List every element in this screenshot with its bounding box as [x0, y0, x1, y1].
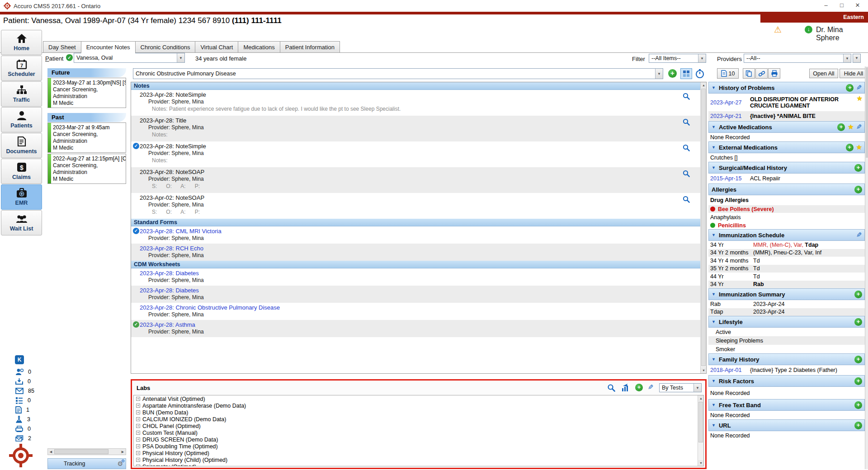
expand-plus-icon[interactable]: +: [136, 404, 140, 408]
band-row[interactable]: Penicillins: [708, 221, 865, 229]
status-counter-flask[interactable]: 3: [15, 415, 30, 423]
band-header-history-of-problems[interactable]: ▼History of Problems+✎: [708, 82, 865, 94]
search-icon[interactable]: [607, 384, 615, 392]
note-row[interactable]: 2023-Apr-28: DiabetesProvider: Sphere, M…: [131, 286, 701, 303]
scroll-left-icon[interactable]: ◀: [48, 449, 54, 455]
band-row[interactable]: Tdap2023-Apr-24: [708, 308, 865, 316]
expand-plus-icon[interactable]: +: [136, 431, 140, 435]
add-icon[interactable]: +: [846, 144, 854, 151]
band-row[interactable]: 2023-Apr-27OLD DISRUPTION OF ANTERIOR CR…: [708, 94, 865, 111]
lab-tree-item[interactable]: +CALCIUM IONIZED (Demo Data): [134, 416, 703, 423]
lab-tree-item[interactable]: +Spirometry (Optimed): [134, 463, 703, 466]
sidebar-item-claims[interactable]: $Claims: [1, 159, 42, 184]
note-row[interactable]: 2023-Apr-28: NoteSimpleProvider: Sphere,…: [131, 90, 701, 116]
download-status-icon[interactable]: ↓: [805, 26, 812, 33]
edit-pencil-icon[interactable]: ✎: [856, 231, 862, 239]
tracking-bar[interactable]: Tracking ⚙⚙: [47, 458, 126, 469]
scrollbar-thumb[interactable]: [701, 89, 706, 366]
tab-chronic-conditions[interactable]: Chronic Conditions: [135, 41, 195, 53]
status-counter-inbox[interactable]: 0: [15, 377, 31, 385]
expand-plus-icon[interactable]: +: [136, 465, 140, 466]
scrollbar-thumb[interactable]: [866, 67, 868, 158]
band-row[interactable]: 2023-Apr-21{Inactive} *ANIMAL BITE: [708, 111, 865, 121]
add-encounter-icon[interactable]: +: [668, 69, 677, 78]
add-icon[interactable]: +: [854, 377, 862, 385]
band-row[interactable]: None Recorded: [708, 411, 865, 419]
band-header-allergies[interactable]: Allergies+: [708, 183, 865, 195]
logged-in-provider[interactable]: Dr. Mina Sphere: [816, 26, 868, 42]
warning-icon[interactable]: ⚠: [774, 24, 782, 35]
future-appointments-header[interactable]: Future: [47, 68, 126, 77]
lab-tree-item[interactable]: +Aspartate Aminotransferase (Demo Data): [134, 402, 703, 409]
band-row[interactable]: Active: [708, 328, 865, 336]
grid-view-toggle[interactable]: [680, 68, 692, 79]
note-row[interactable]: 2023-Apr-02: NoteSOAPProvider: Sphere, M…: [131, 193, 701, 219]
scroll-down-icon[interactable]: ▼: [698, 460, 704, 466]
expand-plus-icon[interactable]: +: [136, 458, 140, 462]
band-row[interactable]: None Recorded: [708, 133, 865, 141]
note-row[interactable]: ✓2023-Apr-28: NoteSimpleProvider: Sphere…: [131, 141, 701, 167]
lab-tree-item[interactable]: +Custom Test (Manual): [134, 429, 703, 436]
labs-vscrollbar[interactable]: ▲ ▼: [698, 395, 703, 466]
add-icon[interactable]: +: [854, 164, 862, 172]
scroll-down-icon[interactable]: ▼: [701, 367, 707, 373]
appointment-card[interactable]: 2022-Aug-27 at 12:15pm[A] [C] [LTCancer …: [47, 154, 126, 184]
form-link[interactable]: 2023-Apr-28: Asthma: [140, 321, 195, 328]
print-button[interactable]: [768, 68, 780, 79]
providers-select[interactable]: --All--▼: [744, 54, 851, 63]
band-row[interactable]: Smoker: [708, 345, 865, 353]
lab-tree-item[interactable]: +BUN (Demo Data): [134, 409, 703, 416]
maximize-button[interactable]: □: [834, 1, 849, 10]
patient-select[interactable]: Vanessa, Oval▼: [74, 53, 185, 63]
band-row[interactable]: 2015-Apr-15ACL Repaiir: [708, 174, 865, 183]
sidebar-item-traffic[interactable]: Traffic: [1, 81, 42, 107]
lab-tree-item[interactable]: +PSA Doubling Time (Optimed): [134, 443, 703, 450]
band-row[interactable]: None Recorded: [708, 431, 865, 440]
sidebar-item-documents[interactable]: Documents: [1, 133, 42, 158]
sidebar-item-scheduler[interactable]: 7Scheduler: [1, 56, 42, 81]
status-counter-person-add[interactable]: 0: [15, 368, 31, 376]
expand-plus-icon[interactable]: +: [136, 410, 140, 414]
stopwatch-icon[interactable]: [695, 69, 704, 79]
status-counter-note[interactable]: 1: [15, 406, 29, 414]
band-row[interactable]: 34 Yr 4 monthsTd: [708, 257, 865, 265]
status-counter-fax[interactable]: 0: [15, 425, 31, 433]
add-icon[interactable]: +: [854, 401, 862, 409]
band-header-free-text-band[interactable]: ▼Free Text Band+: [708, 399, 865, 411]
band-header-active-medications[interactable]: ▼Active Medications+★✎: [708, 121, 865, 133]
note-row[interactable]: 2023-Apr-28: NoteSOAPProvider: Sphere, M…: [131, 167, 701, 193]
tab-medications[interactable]: Medications: [238, 41, 279, 53]
edit-pencil-icon[interactable]: ✎: [856, 84, 862, 92]
add-icon[interactable]: +: [837, 123, 845, 131]
lab-tree-item[interactable]: +Physical History (Child) (Optimed): [134, 456, 703, 463]
graph-icon[interactable]: [622, 384, 630, 392]
appointment-card[interactable]: 2023-May-27 at 1:30pm[NS] [SmCancer Scre…: [47, 78, 126, 108]
add-icon[interactable]: +: [854, 318, 862, 326]
sidebar-item-patients[interactable]: Patients: [1, 107, 42, 132]
note-row[interactable]: ✓2023-Apr-28: AsthmaProvider: Sphere, Mi…: [131, 320, 701, 337]
close-button[interactable]: ✕: [850, 1, 865, 10]
minimize-button[interactable]: –: [818, 1, 834, 10]
add-icon[interactable]: +: [854, 291, 862, 298]
add-icon[interactable]: +: [854, 356, 862, 363]
band-row[interactable]: 35 Yr 2 monthsTd: [708, 265, 865, 273]
band-row[interactable]: Rab2023-Apr-24: [708, 300, 865, 308]
magnifier-icon[interactable]: [683, 170, 690, 177]
expand-plus-icon[interactable]: +: [136, 444, 140, 448]
band-header-family-history[interactable]: ▼Family History+: [708, 353, 865, 365]
band-row[interactable]: None Recorded: [708, 387, 865, 399]
status-counter-tasks[interactable]: 0: [15, 396, 31, 404]
link-button[interactable]: [755, 68, 768, 79]
star-icon[interactable]: ★: [857, 94, 863, 103]
band-header-surgical-medical-history[interactable]: ▼Surgical/Medical History+: [708, 162, 865, 174]
status-counter-mail-out[interactable]: 2: [15, 434, 31, 442]
sidebar-item-emr[interactable]: EMR: [1, 184, 42, 210]
expand-plus-icon[interactable]: +: [136, 424, 140, 428]
band-header-risk-factors[interactable]: ▼Risk Factors+: [708, 375, 865, 387]
filter-select[interactable]: --All Items--▼: [649, 54, 706, 63]
sidebar-item-home[interactable]: Home: [1, 30, 42, 55]
lab-tree-item[interactable]: +CHOL Panel (Optimed): [134, 423, 703, 429]
band-header-immunization-summary[interactable]: ▼Immunization Summary+: [708, 288, 865, 300]
scroll-up-icon[interactable]: ▲: [701, 82, 707, 88]
add-lab-icon[interactable]: +: [635, 384, 643, 391]
